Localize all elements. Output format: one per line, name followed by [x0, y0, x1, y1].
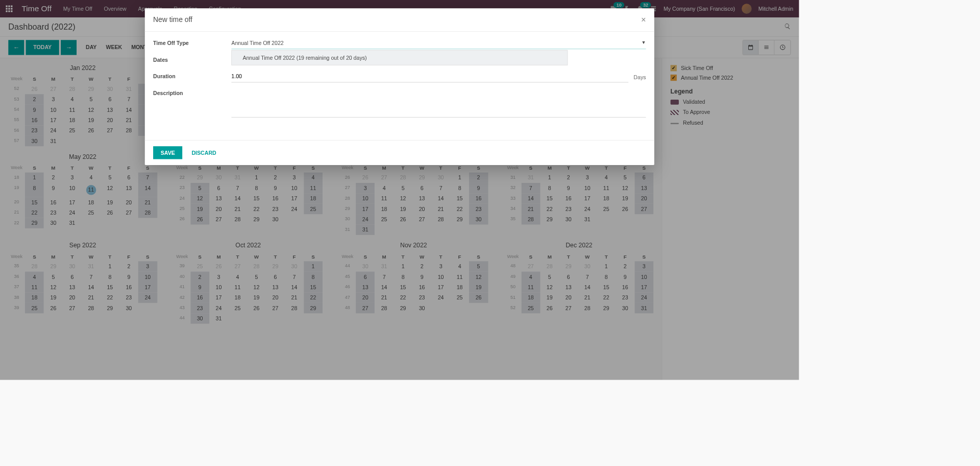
time-off-type-input[interactable]	[231, 38, 646, 49]
new-time-off-modal: New time off × Time Off Type ▼ Annual Ti…	[145, 8, 654, 165]
modal-footer: SAVE DISCARD	[145, 140, 654, 165]
type-dropdown-option[interactable]: Annual Time Off 2022 (19 remaining out o…	[231, 50, 568, 65]
modal-title: New time off	[153, 16, 192, 24]
label-description: Description	[153, 88, 231, 96]
label-duration: Duration	[153, 72, 231, 79]
label-type: Time Off Type	[153, 38, 231, 46]
close-icon[interactable]: ×	[641, 15, 646, 25]
description-input[interactable]	[231, 106, 646, 118]
duration-unit: Days	[633, 74, 646, 80]
modal-body: Time Off Type ▼ Annual Time Off 2022 (19…	[145, 32, 654, 140]
discard-button[interactable]: DISCARD	[191, 150, 216, 156]
modal-header: New time off ×	[145, 8, 654, 32]
duration-input[interactable]	[231, 72, 628, 82]
save-button[interactable]: SAVE	[153, 146, 182, 159]
modal-overlay[interactable]: New time off × Time Off Type ▼ Annual Ti…	[0, 0, 799, 380]
label-dates: Dates	[153, 55, 231, 63]
